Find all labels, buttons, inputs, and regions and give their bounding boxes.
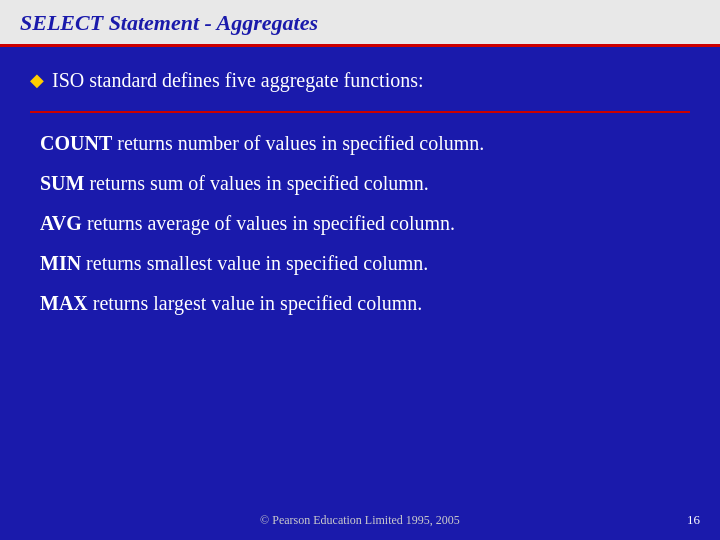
max-keyword: MAX <box>40 292 88 314</box>
title-bar: SELECT Statement - Aggregates <box>0 0 720 47</box>
slide: SELECT Statement - Aggregates ◆ ISO stan… <box>0 0 720 540</box>
page-number: 16 <box>687 512 700 528</box>
content-area: ◆ ISO standard defines five aggregate fu… <box>0 47 720 339</box>
count-item: COUNT returns number of values in specif… <box>30 129 690 157</box>
iso-text: ISO standard defines five aggregate func… <box>52 67 424 93</box>
footer-text: © Pearson Education Limited 1995, 2005 <box>0 513 720 528</box>
sum-desc: returns sum of values in specified colum… <box>84 172 428 194</box>
min-desc: returns smallest value in specified colu… <box>81 252 428 274</box>
slide-title: SELECT Statement - Aggregates <box>20 10 318 35</box>
max-item: MAX returns largest value in specified c… <box>30 289 690 317</box>
iso-bullet: ◆ ISO standard defines five aggregate fu… <box>30 67 690 93</box>
avg-keyword: AVG <box>40 212 82 234</box>
min-keyword: MIN <box>40 252 81 274</box>
sum-keyword: SUM <box>40 172 84 194</box>
avg-item: AVG returns average of values in specifi… <box>30 209 690 237</box>
count-desc: returns number of values in specified co… <box>112 132 484 154</box>
max-desc: returns largest value in specified colum… <box>88 292 423 314</box>
avg-desc: returns average of values in specified c… <box>82 212 455 234</box>
diamond-icon: ◆ <box>30 69 44 91</box>
divider <box>30 111 690 113</box>
min-item: MIN returns smallest value in specified … <box>30 249 690 277</box>
sum-item: SUM returns sum of values in specified c… <box>30 169 690 197</box>
count-keyword: COUNT <box>40 132 112 154</box>
